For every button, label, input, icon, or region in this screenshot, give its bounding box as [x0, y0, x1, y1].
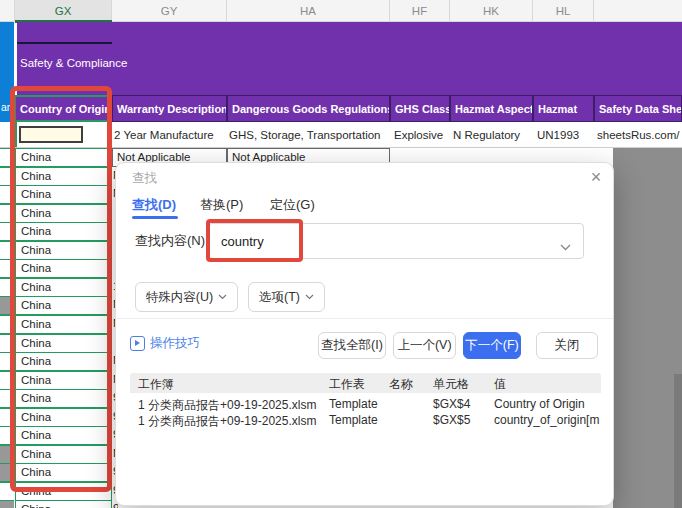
- options-button[interactable]: 选项(T): [248, 282, 325, 312]
- banner-cell-border: [17, 42, 112, 44]
- close-button[interactable]: 关闭: [536, 332, 598, 359]
- header-cell-ghs-class[interactable]: GHS Class: [390, 95, 450, 122]
- tab-replace[interactable]: 替换(P): [200, 196, 243, 214]
- tab-find[interactable]: 查找(D): [132, 196, 176, 214]
- cell-hk4[interactable]: N Regulatory: [453, 122, 533, 148]
- annotation-rect-gx-column: [10, 86, 112, 492]
- find-all-button[interactable]: 查找全部(I): [318, 332, 386, 359]
- results-header-sheet[interactable]: 工作表: [329, 376, 365, 393]
- banner-title: Safety & Compliance: [20, 57, 127, 69]
- search-results-table: 工作簿 工作表 名称 单元格 值 1 分类商品报告+09-19-2025.xls…: [130, 373, 601, 493]
- header-cell-hazmat-aspect[interactable]: Hazmat Aspect: [450, 95, 533, 122]
- header-cell-dangerous-goods[interactable]: Dangerous Goods Regulations: [227, 95, 390, 122]
- column-header-hl[interactable]: HL: [533, 0, 594, 22]
- column-header-gy[interactable]: GY: [112, 0, 227, 22]
- next-button[interactable]: 下一个(F): [463, 332, 521, 359]
- active-tab-underline: [132, 216, 178, 219]
- column-header-ha[interactable]: HA: [227, 0, 390, 22]
- results-header-row: 工作簿 工作表 名称 单元格 值: [130, 373, 601, 393]
- special-content-button[interactable]: 特殊内容(U): [135, 282, 238, 312]
- column-header-blank-right[interactable]: [594, 0, 682, 22]
- column-header-hk[interactable]: HK: [450, 0, 533, 22]
- dialog-divider: [117, 318, 613, 319]
- chevron-down-icon[interactable]: [560, 239, 571, 254]
- column-header-blank[interactable]: [0, 0, 15, 22]
- spreadsheet-app-window: GX GY HA HF HK HL Safety & Compliance am…: [0, 0, 682, 508]
- annotation-rect-find-value: [206, 219, 303, 262]
- partial-left-cell[interactable]: [0, 500, 14, 508]
- column-header-hf[interactable]: HF: [390, 0, 450, 22]
- tab-goto[interactable]: 定位(G): [270, 196, 315, 214]
- chevron-down-icon: [305, 294, 314, 300]
- results-header-cell[interactable]: 单元格: [433, 376, 469, 393]
- background-gray-edge: [674, 374, 682, 508]
- background-gray-area: [613, 148, 682, 508]
- cell-hl4[interactable]: UN1993: [537, 122, 594, 148]
- find-content-label: 查找内容(N): [135, 223, 205, 259]
- cell-sds4[interactable]: sheetsRus.com/: [597, 122, 682, 148]
- header-cell-warranty-description[interactable]: Warranty Description: [112, 95, 227, 122]
- find-dialog: 查找 × 查找(D) 替换(P) 定位(G) 查找内容(N) country 特…: [115, 162, 614, 506]
- cell-hf4[interactable]: Explosive: [394, 122, 450, 148]
- cell-gx-china[interactable]: China: [15, 500, 112, 508]
- dialog-title: 查找: [132, 170, 157, 187]
- close-icon[interactable]: ×: [584, 165, 608, 189]
- previous-button[interactable]: 上一个(V): [393, 332, 456, 359]
- tips-link[interactable]: 操作技巧: [130, 335, 200, 352]
- header-cell-safety-data-sheet[interactable]: Safety Data Sheet: [594, 95, 682, 122]
- results-header-value[interactable]: 值: [494, 376, 506, 393]
- cell-ha4[interactable]: GHS, Storage, Transportation: [229, 122, 390, 148]
- column-header-gx[interactable]: GX: [15, 0, 112, 22]
- chevron-down-icon: [218, 294, 227, 300]
- cell-gy4[interactable]: 2 Year Manufacture: [114, 122, 227, 148]
- tutorial-icon: [130, 336, 145, 351]
- results-header-workbook[interactable]: 工作簿: [138, 376, 174, 393]
- header-cell-hazmat[interactable]: Hazmat: [533, 95, 594, 122]
- results-header-name[interactable]: 名称: [389, 376, 413, 393]
